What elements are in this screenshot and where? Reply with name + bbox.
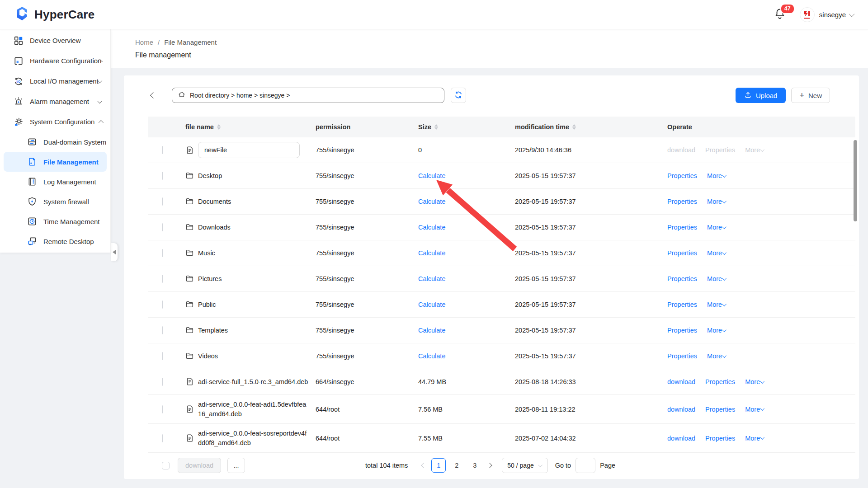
row-checkbox[interactable] bbox=[162, 405, 163, 413]
sort-icon[interactable] bbox=[434, 124, 438, 130]
header-size[interactable]: Size bbox=[418, 123, 515, 131]
file-name[interactable]: Videos bbox=[198, 352, 218, 361]
properties-action[interactable]: Properties bbox=[705, 406, 735, 413]
file-name[interactable]: Pictures bbox=[198, 274, 222, 283]
sidebar-collapse-handle[interactable] bbox=[111, 243, 118, 261]
download-action[interactable]: download bbox=[667, 435, 695, 442]
sidebar-subitem-system-firewall[interactable]: System firewall bbox=[4, 192, 107, 211]
sidebar-item-local-i-o-management[interactable]: I/OLocal I/O management bbox=[0, 71, 110, 91]
sidebar-item-system-configuration[interactable]: System Configuration bbox=[0, 112, 110, 132]
calculate-link[interactable]: Calculate bbox=[418, 327, 445, 334]
brand-logo: HyperCare bbox=[14, 5, 94, 23]
file-name[interactable]: Desktop bbox=[198, 171, 222, 180]
file-name[interactable]: Downloads bbox=[198, 223, 231, 232]
more-action[interactable]: More bbox=[707, 172, 726, 179]
page-button-2[interactable]: 2 bbox=[449, 458, 464, 473]
more-action[interactable]: More bbox=[707, 327, 726, 334]
prev-page-button[interactable] bbox=[418, 458, 429, 473]
more-action[interactable]: More bbox=[707, 352, 726, 360]
page-button-1[interactable]: 1 bbox=[431, 458, 446, 473]
row-checkbox[interactable] bbox=[162, 275, 163, 283]
properties-action[interactable]: Properties bbox=[705, 435, 735, 442]
row-checkbox[interactable] bbox=[162, 352, 163, 360]
sidebar-item-device-overview[interactable]: Device Overview bbox=[0, 30, 110, 51]
calculate-link[interactable]: Calculate bbox=[418, 275, 445, 282]
more-action[interactable]: More bbox=[745, 146, 764, 154]
properties-action[interactable]: Properties bbox=[667, 198, 697, 205]
row-checkbox[interactable] bbox=[162, 172, 163, 180]
goto-page-input[interactable] bbox=[576, 458, 595, 473]
calculate-link[interactable]: Calculate bbox=[418, 224, 445, 231]
header-modification-time[interactable]: modification time bbox=[515, 123, 667, 131]
file-name[interactable]: adi-service-full_1.5.0-rc.3_amd64.deb bbox=[198, 377, 308, 386]
page-button-3[interactable]: 3 bbox=[467, 458, 482, 473]
sidebar-item-hardware-configuration[interactable]: Hardware Configuration bbox=[0, 51, 110, 71]
sort-icon[interactable] bbox=[572, 124, 576, 130]
properties-action[interactable]: Properties bbox=[667, 301, 697, 308]
row-checkbox[interactable] bbox=[162, 249, 163, 257]
table-header: file name permission Size modification t… bbox=[148, 117, 855, 137]
calculate-link[interactable]: Calculate bbox=[418, 301, 445, 308]
page-size-select[interactable]: 50 / page bbox=[502, 458, 547, 473]
properties-action[interactable]: Properties bbox=[667, 224, 697, 231]
back-button[interactable] bbox=[151, 89, 161, 102]
sidebar-subitem-remote-desktop[interactable]: Remote Desktop bbox=[4, 231, 107, 251]
more-action[interactable]: More bbox=[707, 198, 726, 205]
calculate-link[interactable]: Calculate bbox=[418, 352, 445, 360]
file-name-input[interactable] bbox=[198, 142, 300, 158]
sidebar-item-alarm-management[interactable]: Alarm management bbox=[0, 91, 110, 112]
more-action[interactable]: More bbox=[745, 378, 764, 385]
refresh-button[interactable] bbox=[451, 88, 466, 103]
properties-action[interactable]: Properties bbox=[705, 146, 735, 154]
notifications-button[interactable]: 47 bbox=[774, 8, 787, 21]
properties-action[interactable]: Properties bbox=[667, 172, 697, 179]
new-button[interactable]: + New bbox=[791, 88, 830, 103]
next-page-button[interactable] bbox=[484, 458, 495, 473]
more-actions-button[interactable]: ... bbox=[227, 458, 245, 473]
upload-button[interactable]: Upload bbox=[736, 88, 786, 103]
properties-action[interactable]: Properties bbox=[667, 327, 697, 334]
path-input[interactable]: Root directory > home > sinsegye > bbox=[172, 88, 444, 103]
file-name[interactable]: adi-service_0.0.0-feat-sosreportdev4fdd0… bbox=[198, 429, 308, 447]
file-name[interactable]: Music bbox=[198, 249, 215, 258]
vertical-scrollbar[interactable] bbox=[854, 140, 857, 221]
row-checkbox[interactable] bbox=[162, 326, 163, 334]
row-checkbox[interactable] bbox=[162, 434, 163, 442]
row-checkbox[interactable] bbox=[162, 300, 163, 309]
row-checkbox[interactable] bbox=[162, 378, 163, 386]
row-checkbox[interactable] bbox=[162, 223, 163, 231]
row-checkbox[interactable] bbox=[162, 146, 163, 154]
calculate-link[interactable]: Calculate bbox=[418, 198, 445, 205]
download-action[interactable]: download bbox=[667, 406, 695, 413]
file-name[interactable]: Public bbox=[198, 300, 216, 309]
sidebar-subitem-time-management[interactable]: Time Management bbox=[4, 211, 107, 231]
user-menu[interactable]: sinsegye bbox=[800, 7, 854, 22]
calculate-link[interactable]: Calculate bbox=[418, 172, 445, 179]
chevron-down-icon bbox=[97, 98, 102, 103]
select-all-checkbox[interactable] bbox=[162, 462, 170, 469]
sidebar-subitem-log-management[interactable]: Log Management bbox=[4, 172, 107, 192]
sidebar-subitem-dual-domain-system[interactable]: Dual-domain System bbox=[4, 132, 107, 152]
header-file-name[interactable]: file name bbox=[185, 123, 316, 131]
file-name[interactable]: adi-service_0.0.0-feat-adi1.5devfbfea16_… bbox=[198, 400, 308, 418]
sidebar-subitem-file-management[interactable]: File Management bbox=[4, 152, 107, 172]
more-action[interactable]: More bbox=[707, 249, 726, 257]
more-action[interactable]: More bbox=[707, 275, 726, 282]
breadcrumb-home[interactable]: Home bbox=[135, 38, 153, 46]
download-action[interactable]: download bbox=[667, 378, 695, 385]
more-action[interactable]: More bbox=[745, 435, 764, 442]
properties-action[interactable]: Properties bbox=[705, 378, 735, 385]
download-action[interactable]: download bbox=[667, 146, 695, 154]
properties-action[interactable]: Properties bbox=[667, 275, 697, 282]
sort-icon[interactable] bbox=[217, 124, 221, 130]
more-action[interactable]: More bbox=[707, 301, 726, 308]
file-name[interactable]: Templates bbox=[198, 326, 228, 335]
properties-action[interactable]: Properties bbox=[667, 249, 697, 257]
properties-action[interactable]: Properties bbox=[667, 352, 697, 360]
file-name[interactable]: Documents bbox=[198, 197, 231, 206]
row-checkbox[interactable] bbox=[162, 197, 163, 206]
more-action[interactable]: More bbox=[745, 406, 764, 413]
more-action[interactable]: More bbox=[707, 224, 726, 231]
bulk-download-button[interactable]: download bbox=[178, 458, 221, 473]
calculate-link[interactable]: Calculate bbox=[418, 249, 445, 257]
